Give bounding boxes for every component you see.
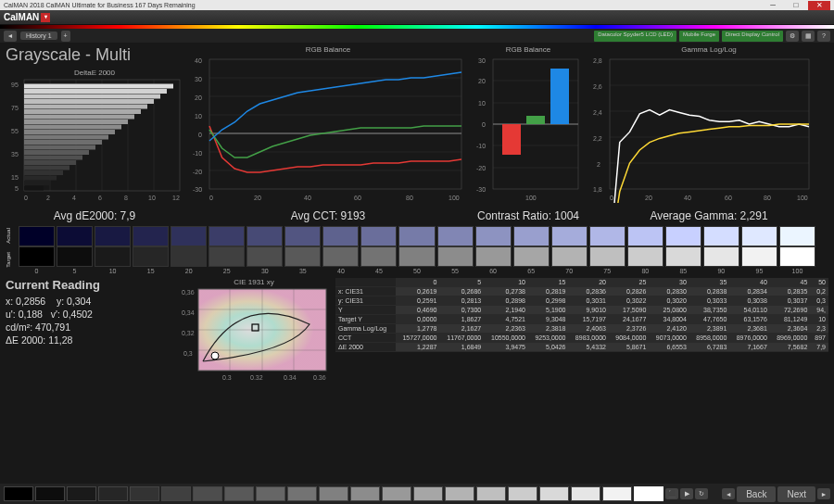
level-button-0[interactable] bbox=[4, 486, 33, 501]
level-button-5[interactable] bbox=[35, 486, 65, 501]
svg-text:0,36: 0,36 bbox=[182, 289, 195, 296]
stat-gamma: Average Gamma: 2,291 bbox=[589, 209, 828, 222]
level-button-60[interactable] bbox=[382, 486, 411, 501]
app-logo: CalMAN▾ bbox=[4, 12, 50, 22]
stop-button[interactable]: ⬛ bbox=[665, 488, 678, 499]
meter-selector[interactable]: Datacolor Spyder5 LCD (LED) bbox=[594, 31, 676, 42]
svg-rect-10 bbox=[24, 166, 70, 170]
svg-text:80: 80 bbox=[406, 195, 413, 201]
svg-text:30: 30 bbox=[195, 76, 202, 82]
svg-text:-20: -20 bbox=[193, 169, 202, 175]
svg-text:0,32: 0,32 bbox=[250, 374, 263, 380]
swatch-0: 0 bbox=[19, 226, 55, 274]
panel-rgb-balance: RGB Balance 403020100-10-20-30 020406080… bbox=[189, 45, 467, 208]
window-title: CalMAN 2018 CalMAN Ultimate for Business… bbox=[4, 2, 196, 8]
level-button-65[interactable] bbox=[413, 486, 443, 501]
svg-text:60: 60 bbox=[354, 195, 361, 201]
svg-text:40: 40 bbox=[684, 195, 691, 201]
settings-icon[interactable]: ⚙ bbox=[786, 31, 799, 42]
maximize-button[interactable]: □ bbox=[785, 1, 807, 10]
prev-page-icon[interactable]: ◄ bbox=[722, 488, 735, 499]
level-button-75[interactable] bbox=[476, 486, 506, 501]
svg-text:40: 40 bbox=[304, 195, 311, 201]
svg-text:0: 0 bbox=[209, 195, 213, 201]
svg-rect-68 bbox=[502, 124, 521, 155]
svg-rect-15 bbox=[24, 140, 102, 145]
tab-history[interactable]: History 1 bbox=[20, 32, 57, 40]
cie-panel: CIE 1931 xy 0,360,340,320,3 0,30,320,340… bbox=[180, 278, 328, 383]
actual-label: Actual bbox=[6, 228, 11, 244]
level-button-30[interactable] bbox=[193, 486, 222, 501]
svg-rect-20 bbox=[24, 115, 134, 120]
cie-chart: 0,360,340,320,3 0,30,320,340,36 bbox=[180, 287, 328, 380]
source-selector[interactable]: Mobile Forge bbox=[679, 31, 719, 42]
add-tab-button[interactable]: + bbox=[61, 31, 70, 42]
level-button-70[interactable] bbox=[445, 486, 474, 501]
app-bar: CalMAN▾ bbox=[0, 10, 834, 25]
chart-title-rgb2: RGB Balance bbox=[473, 45, 584, 55]
level-button-55[interactable] bbox=[350, 486, 380, 501]
svg-rect-7 bbox=[24, 181, 50, 185]
level-button-90[interactable] bbox=[571, 486, 600, 501]
data-table: 05101520253035404550x: CIE310,26190,2686… bbox=[335, 278, 828, 383]
svg-text:-30: -30 bbox=[193, 186, 202, 193]
play-button[interactable]: ▶ bbox=[680, 488, 693, 499]
level-button-100[interactable] bbox=[634, 486, 663, 501]
next-page-icon[interactable]: ► bbox=[817, 488, 830, 499]
svg-text:0,36: 0,36 bbox=[313, 374, 326, 380]
loop-button[interactable]: ↻ bbox=[695, 488, 708, 499]
toolbar-right: Datacolor Spyder5 LCD (LED) Mobile Forge… bbox=[594, 31, 830, 42]
svg-rect-26 bbox=[24, 84, 173, 89]
level-button-40[interactable] bbox=[256, 486, 285, 501]
svg-text:30: 30 bbox=[478, 57, 486, 64]
level-button-25[interactable] bbox=[161, 486, 191, 501]
level-button-45[interactable] bbox=[287, 486, 317, 501]
display-selector[interactable]: Direct Display Control bbox=[722, 31, 783, 42]
level-button-20[interactable] bbox=[130, 486, 159, 501]
svg-text:60: 60 bbox=[725, 195, 732, 201]
window-titlebar: CalMAN 2018 CalMAN Ultimate for Business… bbox=[0, 0, 834, 10]
swatch-75: 75 bbox=[589, 226, 626, 274]
svg-text:35: 35 bbox=[11, 151, 19, 158]
close-button[interactable]: ✕ bbox=[808, 1, 830, 10]
back-button[interactable]: Back bbox=[737, 486, 776, 502]
reading-de: ΔE 2000: 11,28 bbox=[6, 334, 172, 346]
swatch-35: 35 bbox=[284, 226, 321, 274]
svg-text:100: 100 bbox=[797, 195, 808, 201]
level-button-50[interactable] bbox=[319, 486, 348, 501]
gamma-chart: 2,82,62,42,221,8 020406080100 bbox=[589, 55, 814, 203]
help-icon[interactable]: ? bbox=[817, 31, 830, 42]
swatch-40: 40 bbox=[322, 226, 359, 274]
svg-point-105 bbox=[211, 352, 219, 359]
svg-rect-69 bbox=[526, 116, 545, 124]
stat-contrast: Contrast Ratio: 1004 bbox=[473, 209, 584, 222]
level-button-85[interactable] bbox=[539, 486, 569, 501]
level-button-15[interactable] bbox=[98, 486, 128, 501]
grid-icon[interactable]: ▦ bbox=[802, 31, 815, 42]
svg-rect-18 bbox=[24, 125, 121, 130]
level-button-10[interactable] bbox=[67, 486, 96, 501]
svg-text:2: 2 bbox=[46, 195, 50, 201]
rgb-balance-chart: 403020100-10-20-30 020406080100 bbox=[189, 55, 467, 203]
reading-title: Current Reading bbox=[6, 278, 172, 292]
minimize-button[interactable]: ─ bbox=[762, 1, 784, 10]
back-icon[interactable]: ◄ bbox=[4, 31, 17, 42]
svg-rect-22 bbox=[24, 105, 147, 109]
level-button-95[interactable] bbox=[602, 486, 632, 501]
svg-text:0: 0 bbox=[24, 195, 28, 201]
svg-rect-6 bbox=[24, 186, 44, 191]
chart-title-gamma: Gamma Log/Log bbox=[589, 45, 828, 55]
level-button-80[interactable] bbox=[508, 486, 537, 501]
swatch-30: 30 bbox=[246, 226, 283, 274]
svg-text:20: 20 bbox=[645, 195, 652, 201]
svg-text:95: 95 bbox=[11, 82, 19, 88]
next-button[interactable]: Next bbox=[777, 486, 815, 502]
svg-rect-9 bbox=[24, 170, 63, 175]
svg-text:0,34: 0,34 bbox=[182, 309, 195, 316]
page-title: Grayscale - Multi bbox=[6, 45, 183, 65]
svg-text:20: 20 bbox=[254, 195, 261, 201]
svg-text:2,8: 2,8 bbox=[593, 57, 602, 64]
svg-text:55: 55 bbox=[11, 128, 19, 134]
cie-title: CIE 1931 xy bbox=[180, 278, 328, 287]
level-button-35[interactable] bbox=[224, 486, 254, 501]
